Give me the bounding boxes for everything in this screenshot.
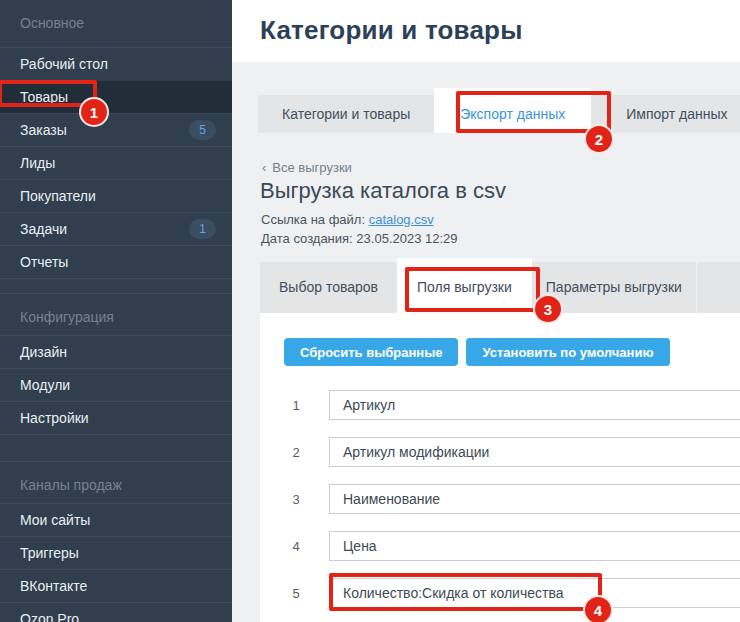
file-link-label: Ссылка на файл: [261, 212, 365, 227]
tab-import-data[interactable]: Импорт данных [591, 95, 740, 133]
sidebar-item-ozon-pro[interactable]: Ozon Pro [0, 602, 232, 622]
subtab-export-fields[interactable]: Поля выгрузки [397, 258, 532, 313]
export-subtab-bar: Выбор товаров Поля выгрузки Параметры вы… [260, 258, 740, 313]
sidebar-item-orders[interactable]: Заказы5 [0, 113, 232, 146]
content-area: Категории и товары Категории и товары Эк… [232, 0, 740, 622]
export-title: Выгрузка каталога в csv [260, 178, 506, 204]
back-to-exports-link[interactable]: ‹Все выгрузки [262, 160, 352, 175]
fields-toolbar: Сбросить выбранные Установить по умолчан… [284, 338, 740, 366]
sidebar-item-triggers[interactable]: Триггеры [0, 536, 232, 569]
field-number: 4 [284, 539, 308, 554]
field-input-name[interactable]: Наименование [329, 484, 740, 514]
field-row-2: 2 Артикул модификации [284, 437, 740, 467]
tab-categories-products[interactable]: Категории и товары [258, 95, 434, 133]
sidebar-section-header: Конфигурация [0, 293, 232, 335]
export-fields-list: 1 Артикул 2 Артикул модификации 3 Наимен… [284, 390, 740, 608]
tab-export-data[interactable]: Экспорт данных [434, 88, 591, 133]
sidebar-section-header: Каналы продаж [0, 461, 232, 503]
page-title: Категории и товары [260, 15, 523, 46]
sidebar-section-main: Основное Рабочий стол Товары Заказы5 Лид… [0, 0, 232, 279]
field-row-5: 5 Количество:Скидка от количества [284, 578, 740, 608]
sidebar-item-design[interactable]: Дизайн [0, 335, 232, 368]
sidebar-item-products[interactable]: Товары [0, 80, 232, 113]
export-fields-panel: Сбросить выбранные Установить по умолчан… [260, 313, 740, 622]
field-input-article[interactable]: Артикул [329, 390, 740, 420]
subtab-export-parameters[interactable]: Параметры выгрузки [532, 262, 696, 313]
sidebar-item-leads[interactable]: Лиды [0, 146, 232, 179]
sidebar-item-dashboard[interactable]: Рабочий стол [0, 47, 232, 80]
file-link-row: Ссылка на файл: catalog.csv [261, 212, 434, 227]
sidebar-section-header: Основное [0, 0, 232, 47]
field-number: 5 [284, 586, 308, 601]
tasks-count-badge: 1 [189, 219, 216, 239]
field-row-4: 4 Цена [284, 531, 740, 561]
reset-selected-button[interactable]: Сбросить выбранные [284, 338, 458, 366]
chevron-left-icon: ‹ [262, 160, 266, 175]
creation-date-label: Дата создания: [261, 231, 353, 246]
subtab-bar-filler [696, 262, 740, 313]
creation-date-value: 23.05.2023 12:29 [356, 231, 457, 246]
creation-date-row: Дата создания: 23.05.2023 12:29 [261, 231, 458, 246]
sidebar-section-configuration: Конфигурация Дизайн Модули Настройки [0, 293, 232, 435]
field-input-price[interactable]: Цена [329, 531, 740, 561]
sidebar-item-modules[interactable]: Модули [0, 368, 232, 401]
field-number: 2 [284, 445, 308, 460]
orders-count-badge: 5 [189, 120, 216, 140]
page-header: Категории и товары [232, 0, 740, 62]
sidebar-item-tasks[interactable]: Задачи1 [0, 212, 232, 245]
field-input-quantity-discount[interactable]: Количество:Скидка от количества [329, 578, 740, 608]
sidebar-item-reports[interactable]: Отчеты [0, 245, 232, 278]
sidebar: Основное Рабочий стол Товары Заказы5 Лид… [0, 0, 232, 622]
sidebar-item-customers[interactable]: Покупатели [0, 179, 232, 212]
sidebar-item-settings[interactable]: Настройки [0, 401, 232, 434]
sidebar-item-vkontakte[interactable]: ВКонтакте [0, 569, 232, 602]
field-input-mod-article[interactable]: Артикул модификации [329, 437, 740, 467]
main-tab-bar: Категории и товары Экспорт данных Импорт… [258, 88, 740, 133]
field-number: 1 [284, 398, 308, 413]
sidebar-item-my-sites[interactable]: Мои сайты [0, 503, 232, 536]
catalog-csv-link[interactable]: catalog.csv [369, 212, 434, 227]
field-number: 3 [284, 492, 308, 507]
subtab-product-selection[interactable]: Выбор товаров [260, 262, 397, 313]
sidebar-section-sales-channels: Каналы продаж Мои сайты Триггеры ВКонтак… [0, 461, 232, 622]
set-default-button[interactable]: Установить по умолчанию [466, 338, 669, 366]
field-row-1: 1 Артикул [284, 390, 740, 420]
field-row-3: 3 Наименование [284, 484, 740, 514]
